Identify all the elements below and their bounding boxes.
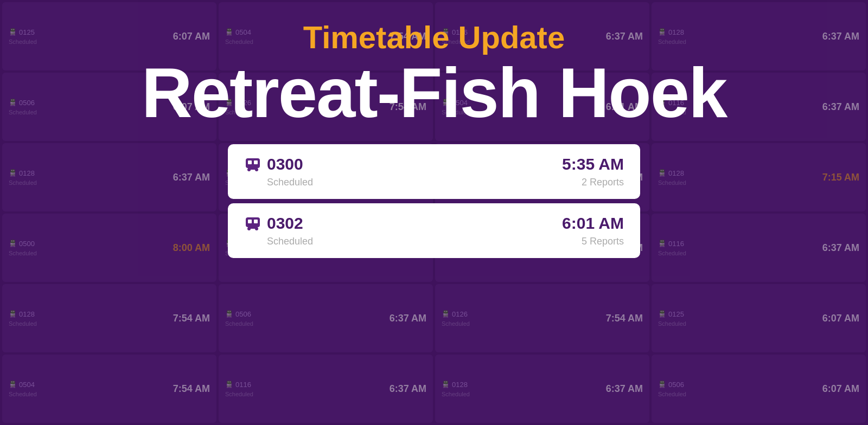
trip-number-1: 0302 xyxy=(267,214,303,233)
page-subtitle: Timetable Update xyxy=(303,22,565,53)
trip-id-1: 0302 xyxy=(244,214,313,233)
svg-rect-10 xyxy=(247,226,259,227)
trip-card-left-1: 0302 Scheduled xyxy=(244,214,313,247)
train-icon-0 xyxy=(244,157,261,172)
svg-rect-1 xyxy=(248,160,252,164)
trip-time-0: 5:35 AM xyxy=(562,155,624,173)
trip-number-0: 0300 xyxy=(267,155,303,173)
trip-status-1: Scheduled xyxy=(244,236,313,247)
trip-status-0: Scheduled xyxy=(244,177,313,188)
trip-reports-1: 5 Reports xyxy=(582,236,624,247)
svg-rect-6 xyxy=(248,168,258,170)
svg-rect-3 xyxy=(247,166,259,168)
svg-rect-8 xyxy=(248,220,252,223)
trip-card-0[interactable]: 0300 Scheduled 5:35 AM 2 Reports xyxy=(228,144,640,199)
svg-rect-13 xyxy=(248,227,258,229)
main-content: Timetable Update Retreat-Fish Hoek xyxy=(0,0,868,425)
train-icon-1 xyxy=(244,216,261,231)
trip-cards-container: 0300 Scheduled 5:35 AM 2 Reports xyxy=(228,144,640,258)
page-title: Retreat-Fish Hoek xyxy=(142,57,727,128)
svg-rect-9 xyxy=(254,220,258,223)
trip-reports-0: 2 Reports xyxy=(582,177,624,188)
trip-card-left-0: 0300 Scheduled xyxy=(244,155,313,188)
trip-card-right-0: 5:35 AM 2 Reports xyxy=(562,155,624,188)
trip-card-right-1: 6:01 AM 5 Reports xyxy=(562,214,624,247)
trip-time-1: 6:01 AM xyxy=(562,214,624,233)
trip-id-0: 0300 xyxy=(244,155,313,173)
svg-rect-2 xyxy=(254,160,258,164)
trip-card-1[interactable]: 0302 Scheduled 6:01 AM 5 Reports xyxy=(228,203,640,258)
